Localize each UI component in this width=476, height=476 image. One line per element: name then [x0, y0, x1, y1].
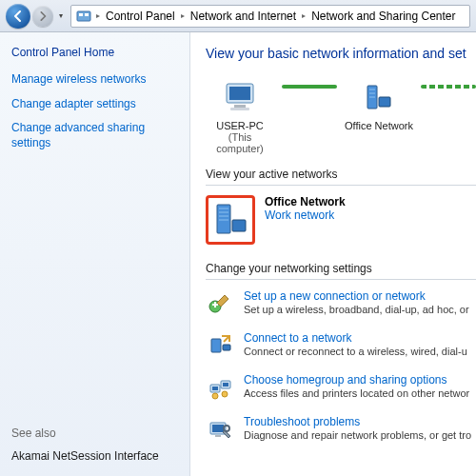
svg-point-30	[224, 426, 229, 431]
svg-rect-29	[215, 435, 221, 437]
map-node-computer[interactable]: USER-PC (This computer)	[206, 76, 274, 154]
chevron-right-icon: ▸	[94, 11, 102, 20]
breadcrumb-bar[interactable]: ▸ Control Panel ▸ Network and Internet ▸…	[70, 5, 470, 28]
svg-rect-19	[211, 339, 221, 352]
setting-title[interactable]: Choose homegroup and sharing options	[244, 373, 469, 387]
new-connection-icon	[206, 289, 234, 318]
setting-troubleshoot[interactable]: Troubleshoot problems Diagnose and repai…	[206, 415, 476, 444]
forward-button[interactable]	[32, 6, 53, 27]
breadcrumb-item[interactable]: Network and Internet	[188, 10, 298, 23]
setting-title[interactable]: Connect to a network	[244, 331, 467, 345]
homegroup-icon	[206, 373, 234, 402]
history-dropdown[interactable]: ▾	[55, 6, 67, 27]
connect-icon	[206, 331, 234, 360]
network-type-link[interactable]: Work network	[265, 208, 346, 222]
chevron-right-icon: ▸	[300, 11, 307, 20]
breadcrumb-item[interactable]: Control Panel	[104, 10, 177, 23]
setting-desc: Diagnose and repair network problems, or…	[244, 429, 471, 441]
setting-desc: Access files and printers located on oth…	[244, 387, 469, 399]
main-content: View your basic network information and …	[190, 32, 476, 476]
breadcrumb-item[interactable]: Network and Sharing Center	[309, 10, 457, 23]
setting-connect[interactable]: Connect to a network Connect or reconnec…	[206, 331, 476, 360]
svg-rect-6	[230, 108, 249, 110]
sidebar-link-sharing[interactable]: Change advanced sharing settings	[11, 121, 178, 150]
sidebar-link-adapter[interactable]: Change adapter settings	[11, 97, 178, 112]
troubleshoot-icon	[206, 415, 234, 444]
control-panel-home-link[interactable]: Control Panel Home	[11, 46, 178, 59]
svg-rect-28	[212, 425, 224, 432]
page-title: View your basic network information and …	[206, 46, 476, 61]
network-icon-highlighted[interactable]	[206, 195, 255, 245]
network-name: Office Network	[265, 195, 346, 208]
svg-point-25	[212, 393, 218, 399]
svg-rect-24	[223, 383, 228, 387]
map-node-label: USER-PC	[216, 120, 264, 131]
setting-new-connection[interactable]: Set up a new connection or network Set u…	[206, 289, 476, 318]
sidebar: Control Panel Home Manage wireless netwo…	[0, 32, 190, 476]
active-network: Office Network Work network	[206, 195, 476, 245]
network-icon	[358, 76, 400, 118]
svg-rect-13	[232, 220, 246, 231]
svg-rect-2	[85, 13, 89, 16]
settings-header: Change your networking settings	[206, 262, 476, 275]
svg-rect-1	[79, 13, 83, 16]
computer-icon	[219, 76, 261, 118]
svg-rect-8	[379, 97, 390, 107]
map-connection-line	[421, 76, 476, 97]
svg-point-26	[222, 391, 228, 397]
see-also-header: See also	[11, 426, 178, 440]
see-also-item[interactable]: Akamai NetSession Interface	[11, 449, 178, 463]
svg-rect-20	[223, 345, 230, 350]
svg-rect-5	[234, 105, 246, 108]
setting-desc: Set up a wireless, broadband, dial-up, a…	[244, 304, 469, 315]
map-connection-line	[282, 76, 337, 97]
chevron-right-icon: ▸	[179, 11, 187, 20]
svg-rect-22	[212, 387, 218, 390]
map-node-network[interactable]: Office Network	[345, 76, 413, 131]
setting-homegroup[interactable]: Choose homegroup and sharing options Acc…	[206, 373, 476, 402]
setting-title[interactable]: Set up a new connection or network	[244, 289, 469, 303]
back-button[interactable]	[6, 4, 30, 29]
map-node-sublabel: (This computer)	[206, 131, 274, 154]
divider	[206, 185, 476, 186]
active-networks-header: View your active networks	[206, 168, 476, 181]
control-panel-icon	[75, 8, 92, 25]
setting-desc: Connect or reconnect to a wireless, wire…	[244, 346, 467, 357]
setting-title[interactable]: Troubleshoot problems	[244, 415, 471, 428]
svg-rect-4	[229, 87, 250, 100]
divider	[206, 279, 476, 280]
sidebar-link-wireless[interactable]: Manage wireless networks	[11, 72, 178, 88]
network-map: USER-PC (This computer) Office Network	[206, 76, 476, 154]
nav-buttons: ▾	[6, 4, 67, 29]
map-node-label: Office Network	[345, 120, 413, 131]
navigation-toolbar: ▾ ▸ Control Panel ▸ Network and Internet…	[0, 0, 476, 32]
